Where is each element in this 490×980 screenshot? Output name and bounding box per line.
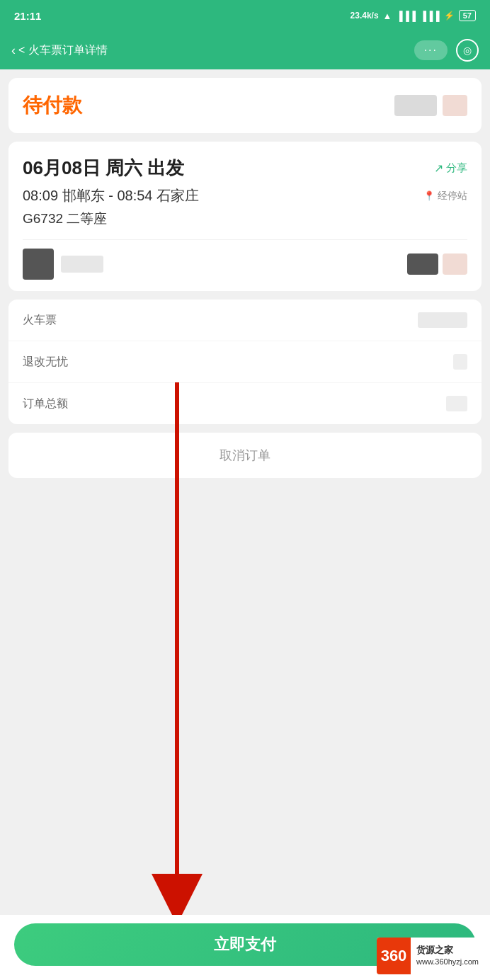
blurred-info-1 <box>394 95 437 116</box>
cancel-order-button[interactable]: 取消订单 <box>220 448 270 462</box>
charge-icon: ⚡ <box>444 11 455 21</box>
passenger-ticket-blur <box>407 253 438 275</box>
pending-label: 待付款 <box>23 92 82 119</box>
target-icon: ◎ <box>463 45 472 56</box>
passenger-avatar <box>23 249 54 280</box>
watermark-text: 货源之家 www.360hyzj.com <box>411 941 484 971</box>
more-button[interactable]: ··· <box>414 40 448 60</box>
network-speed: 23.4k/s <box>351 11 379 21</box>
status-bar: 21:11 23.4k/s ▲ ▐▐▐ ▐▐▐ ⚡ 57 <box>0 0 490 31</box>
pending-payment-card: 待付款 <box>8 78 482 133</box>
share-label: 分享 <box>446 161 467 175</box>
target-button[interactable]: ◎ <box>456 39 479 62</box>
price-row-total: 订单总额 <box>8 383 482 424</box>
pending-payment-inner: 待付款 <box>8 78 482 133</box>
passenger-right <box>407 253 467 275</box>
price-value-refund <box>453 354 467 370</box>
main-content: 待付款 06月08日 周六 出发 ↗ 分享 08:09 邯郸东 - 08:54 … <box>0 69 490 980</box>
stop-station[interactable]: 📍 经停站 <box>423 190 467 203</box>
cancel-card: 取消订单 <box>8 433 482 478</box>
price-value-total-blur <box>446 396 467 411</box>
passenger-name-blurred <box>61 256 103 273</box>
back-arrow-icon: ‹ <box>11 43 16 58</box>
passenger-row <box>23 239 467 280</box>
train-detail: G6732 二等座 <box>23 210 467 228</box>
watermark: 360 货源之家 www.360hyzj.com <box>377 938 490 974</box>
train-route: 08:09 邯郸东 - 08:54 石家庄 <box>23 186 199 205</box>
status-icons: 23.4k/s ▲ ▐▐▐ ▐▐▐ ⚡ 57 <box>351 10 476 21</box>
train-card-inner: 06月08日 周六 出发 ↗ 分享 08:09 邯郸东 - 08:54 石家庄 … <box>8 142 482 291</box>
train-date: 06月08日 周六 出发 <box>23 156 184 181</box>
nav-bar: ‹ < 火车票订单详情 ··· ◎ <box>0 31 490 69</box>
passenger-welcome-blur <box>443 253 467 275</box>
stop-station-label: 经停站 <box>438 190 467 203</box>
price-card: 火车票 退改无忧 订单总额 <box>8 300 482 424</box>
signal-icon: ▐▐▐ <box>396 11 416 21</box>
nav-actions: ··· ◎ <box>414 39 479 62</box>
price-value-ticket-blur <box>418 312 467 328</box>
train-route-row: 08:09 邯郸东 - 08:54 石家庄 📍 经停站 <box>23 186 467 205</box>
wifi-icon: ▲ <box>383 11 392 21</box>
price-label-ticket: 火车票 <box>23 313 57 328</box>
signal-icon-2: ▐▐▐ <box>420 11 440 21</box>
passenger-left <box>23 249 103 280</box>
watermark-logo: 360 <box>377 938 411 974</box>
back-button[interactable]: ‹ < 火车票订单详情 <box>11 43 108 58</box>
share-button[interactable]: ↗ 分享 <box>434 161 467 175</box>
nav-title: < 火车票订单详情 <box>18 43 108 58</box>
location-icon: 📍 <box>423 190 435 201</box>
price-row-refund: 退改无忧 <box>8 341 482 383</box>
pending-right <box>394 95 467 116</box>
time-display: 21:11 <box>14 10 41 22</box>
price-row-ticket: 火车票 <box>8 300 482 341</box>
blurred-info-2 <box>443 95 467 116</box>
train-date-row: 06月08日 周六 出发 ↗ 分享 <box>23 156 467 181</box>
train-info-card: 06月08日 周六 出发 ↗ 分享 08:09 邯郸东 - 08:54 石家庄 … <box>8 142 482 291</box>
price-label-refund: 退改无忧 <box>23 355 68 370</box>
share-icon: ↗ <box>434 161 443 175</box>
price-label-total: 订单总额 <box>23 397 68 411</box>
battery-display: 57 <box>459 10 476 21</box>
